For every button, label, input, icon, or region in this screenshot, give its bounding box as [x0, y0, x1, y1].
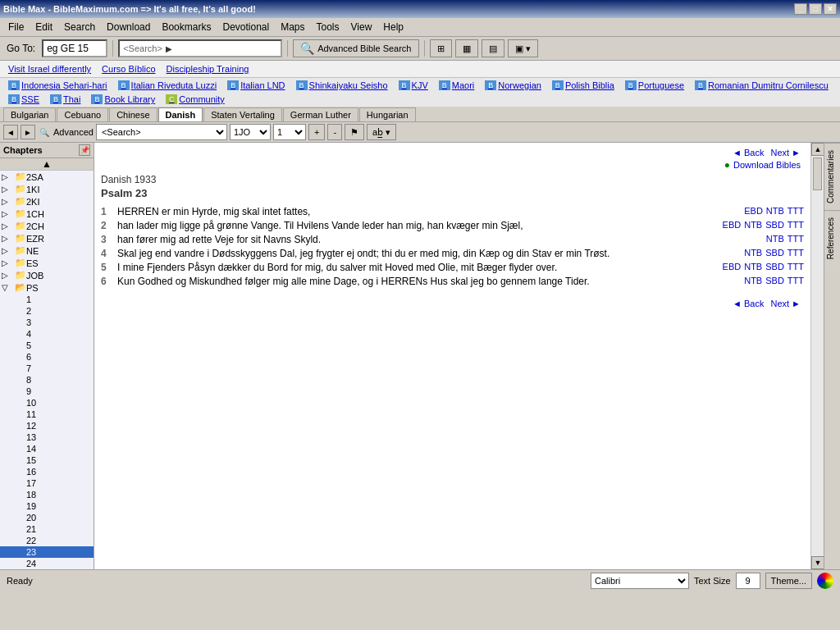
- ref-ntb-6[interactable]: NTB: [744, 276, 762, 285]
- ref-ebd-2[interactable]: EBD: [723, 220, 742, 230]
- tree-item-ne[interactable]: ▷ 📁 NE: [0, 244, 94, 257]
- tab-danish[interactable]: Danish: [158, 107, 203, 121]
- ref-ttt-1[interactable]: TTT: [788, 206, 804, 216]
- bible-link-polish[interactable]: BPolish Biblia: [547, 79, 619, 92]
- next-button-bottom[interactable]: Next ►: [770, 299, 801, 308]
- chapter-10[interactable]: 10: [0, 397, 94, 409]
- sidebar-scroll-up[interactable]: ▲: [0, 158, 94, 171]
- download-bibles-button[interactable]: Download Bibles: [733, 160, 801, 170]
- chapter-23[interactable]: 23: [0, 546, 94, 558]
- scroll-up-button[interactable]: ▲: [811, 143, 824, 156]
- tree-item-ps[interactable]: ▽ 📂 PS: [0, 281, 94, 294]
- theme-button[interactable]: Theme...: [765, 573, 812, 589]
- bible-link-community[interactable]: CCommunity: [161, 93, 230, 106]
- chapter-4[interactable]: 4: [0, 328, 94, 340]
- menu-devotional[interactable]: Devotional: [217, 20, 274, 34]
- tree-item-2ch[interactable]: ▷ 📁 2CH: [0, 220, 94, 232]
- bible-link-sse[interactable]: BSSE: [3, 93, 44, 106]
- flag-button[interactable]: ⚑: [345, 124, 364, 140]
- chapter-9[interactable]: 9: [0, 386, 94, 397]
- font-select[interactable]: Calibri: [591, 573, 689, 589]
- bible-link-kjv[interactable]: BKJV: [394, 79, 433, 92]
- ref-ttt-5[interactable]: TTT: [788, 262, 804, 272]
- ref-ntb-4[interactable]: NTB: [744, 248, 762, 258]
- scroll-down-button[interactable]: ▼: [811, 556, 824, 569]
- search-dropdown[interactable]: <Search>: [96, 124, 227, 140]
- menu-bookmarks[interactable]: Bookmarks: [157, 20, 216, 34]
- menu-maps[interactable]: Maps: [276, 20, 309, 34]
- plus-button[interactable]: +: [308, 124, 325, 140]
- tab-bulgarian[interactable]: Bulgarian: [3, 107, 56, 121]
- tab-german[interactable]: German Luther: [283, 107, 358, 121]
- chapter-20[interactable]: 20: [0, 512, 94, 523]
- bible-link-booklibrary[interactable]: BBook Library: [86, 93, 160, 106]
- tree-item-ezr[interactable]: ▷ 📁 EZR: [0, 232, 94, 244]
- ref-ebd-1[interactable]: EBD: [744, 206, 763, 216]
- ref-ntb-1[interactable]: NTB: [766, 206, 784, 216]
- chapter-3[interactable]: 3: [0, 317, 94, 328]
- menu-file[interactable]: File: [3, 20, 29, 34]
- ref-sbd-6[interactable]: SBD: [765, 276, 784, 285]
- toolbar-btn-3[interactable]: ▤: [482, 39, 504, 57]
- book-dropdown[interactable]: 1JO: [230, 124, 271, 140]
- chapter-13[interactable]: 13: [0, 431, 94, 443]
- tree-item-es[interactable]: ▷ 📁 ES: [0, 257, 94, 269]
- chapter-21[interactable]: 21: [0, 523, 94, 535]
- chapter-5[interactable]: 5: [0, 340, 94, 351]
- link-curso-biblico[interactable]: Curso Bíblico: [97, 62, 160, 75]
- bible-link-maori[interactable]: BMaori: [434, 79, 480, 92]
- tree-item-2ki[interactable]: ▷ 📁 2KI: [0, 195, 94, 208]
- tab-staten[interactable]: Staten Vertaling: [203, 107, 282, 121]
- maximize-button[interactable]: □: [809, 3, 822, 15]
- tab-commentaries[interactable]: Commentaries: [824, 143, 840, 210]
- bible-link-italian-lnd[interactable]: BItalian LND: [222, 79, 290, 92]
- ab-button[interactable]: ab̲ ▾: [367, 124, 396, 140]
- goto-input[interactable]: [42, 39, 107, 57]
- chapter-12[interactable]: 12: [0, 420, 94, 431]
- ref-ttt-2[interactable]: TTT: [788, 220, 804, 230]
- ref-sbd-2[interactable]: SBD: [765, 220, 784, 230]
- chapter-dropdown[interactable]: 1: [273, 124, 306, 140]
- chapter-1[interactable]: 1: [0, 294, 94, 305]
- chapter-16[interactable]: 16: [0, 466, 94, 477]
- menu-search[interactable]: Search: [59, 20, 100, 34]
- link-visit-israel[interactable]: Visit Israel differently: [3, 62, 96, 75]
- tree-item-2sa[interactable]: ▷ 📁 2SA: [0, 171, 94, 183]
- ref-ttt-3[interactable]: TTT: [788, 234, 804, 244]
- tree-item-1ki[interactable]: ▷ 📁 1KI: [0, 183, 94, 195]
- chapter-14[interactable]: 14: [0, 443, 94, 454]
- chapter-24[interactable]: 24: [0, 558, 94, 569]
- ref-sbd-4[interactable]: SBD: [765, 248, 784, 258]
- tab-references[interactable]: References: [824, 210, 840, 266]
- tab-chinese[interactable]: Chinese: [109, 107, 157, 121]
- sidebar-pin-button[interactable]: 📌: [79, 144, 90, 156]
- toolbar-btn-2[interactable]: ▦: [455, 39, 478, 57]
- chapter-17[interactable]: 17: [0, 477, 94, 489]
- tab-cebuano[interactable]: Cebuano: [57, 107, 108, 121]
- chapter-8[interactable]: 8: [0, 374, 94, 386]
- menu-edit[interactable]: Edit: [30, 20, 57, 34]
- chapter-11[interactable]: 11: [0, 409, 94, 420]
- bible-link-thai[interactable]: BThai: [45, 93, 85, 106]
- bible-link-norwegian[interactable]: BNorwegian: [480, 79, 546, 92]
- ref-ttt-4[interactable]: TTT: [788, 248, 804, 258]
- ref-ntb-3[interactable]: NTB: [766, 234, 784, 244]
- back-button-bottom[interactable]: ◄ Back: [733, 299, 764, 308]
- bible-link-romanian[interactable]: BRomanian Dumitru Cornilescu: [690, 79, 833, 92]
- font-size-input[interactable]: [736, 573, 760, 589]
- toolbar-btn-4[interactable]: ▣ ▾: [508, 39, 538, 57]
- next-button-top[interactable]: Next ►: [770, 148, 801, 158]
- chapter-22[interactable]: 22: [0, 535, 94, 546]
- scroll-thumb[interactable]: [813, 158, 822, 190]
- chapter-15[interactable]: 15: [0, 454, 94, 466]
- ref-sbd-5[interactable]: SBD: [765, 262, 784, 272]
- nav-back-button[interactable]: ◄: [3, 125, 18, 139]
- chapter-6[interactable]: 6: [0, 351, 94, 363]
- nav-fwd-button[interactable]: ►: [21, 125, 35, 139]
- menu-view[interactable]: View: [346, 20, 377, 34]
- menu-help[interactable]: Help: [378, 20, 409, 34]
- tree-item-job[interactable]: ▷ 📁 JOB: [0, 269, 94, 281]
- chapter-18[interactable]: 18: [0, 489, 94, 500]
- advanced-search-button[interactable]: 🔍 Advanced Bible Search: [293, 39, 418, 57]
- back-button-top[interactable]: ◄ Back: [733, 148, 764, 158]
